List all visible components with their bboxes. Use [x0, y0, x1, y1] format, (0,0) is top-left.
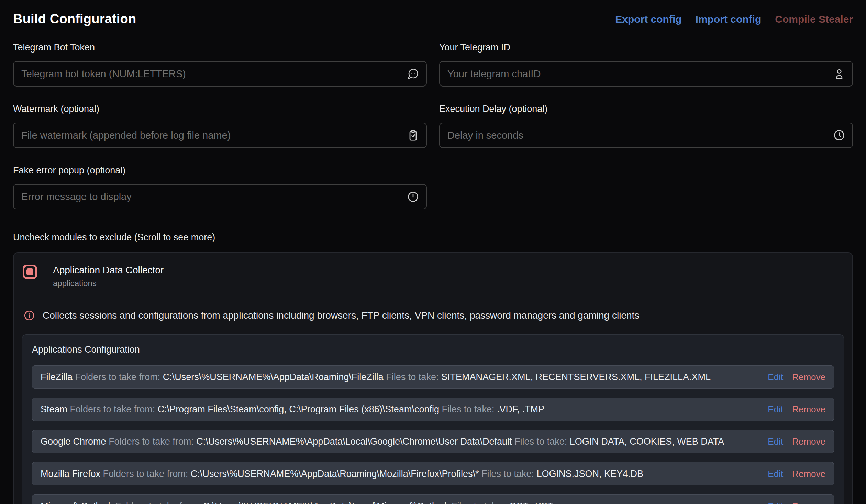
remove-button[interactable]: Remove	[792, 372, 825, 382]
folders-value: C:\Program Files\Steam\config, C:\Progra…	[158, 404, 439, 414]
files-value: LOGIN DATA, COOKIES, WEB DATA	[570, 436, 724, 447]
app-row-text: Microsoft Outlook Folders to take from: …	[41, 500, 768, 504]
info-circle-icon	[23, 310, 35, 321]
telegram-id-label: Your Telegram ID	[439, 42, 853, 53]
files-value: .VDF, .TMP	[497, 404, 544, 414]
field-telegram-bot-token: Telegram Bot Token	[13, 42, 427, 87]
files-label: Files to take:	[386, 372, 438, 382]
header-actions: Export config Import config Compile Stea…	[615, 13, 853, 25]
folders-label: Folders to take from:	[70, 404, 155, 414]
module-info-row: Collects sessions and configurations fro…	[14, 297, 852, 334]
folders-value: C:\Users\%USERNAME%\AppData\Local\Micros…	[203, 501, 449, 504]
app-row-steam: Steam Folders to take from: C:\Program F…	[32, 398, 834, 421]
folders-label: Folders to take from:	[103, 469, 188, 479]
module-title: Application Data Collector	[53, 265, 164, 276]
telegram-id-input[interactable]	[439, 61, 853, 87]
app-row-text: Mozilla Firefox Folders to take from: C:…	[41, 467, 768, 480]
edit-button[interactable]: Edit	[768, 404, 783, 415]
folders-value: C:\Users\%USERNAME%\AppData\Roaming\Mozi…	[191, 469, 479, 479]
import-config-button[interactable]: Import config	[696, 13, 762, 25]
telegram-bot-token-input[interactable]	[13, 61, 427, 87]
page-header: Build Configuration Export config Import…	[13, 0, 853, 26]
execution-delay-label: Execution Delay (optional)	[439, 104, 853, 114]
remove-button[interactable]: Remove	[792, 404, 825, 415]
files-label: Files to take:	[481, 469, 534, 479]
app-row-google-chrome: Google Chrome Folders to take from: C:\U…	[32, 430, 834, 453]
folders-label: Folders to take from:	[75, 372, 160, 382]
remove-button[interactable]: Remove	[792, 501, 825, 504]
app-row-actions: Edit Remove	[768, 372, 825, 382]
clipboard-check-icon	[407, 129, 419, 141]
fake-error-popup-input[interactable]	[13, 184, 427, 209]
app-row-actions: Edit Remove	[768, 404, 825, 415]
export-config-button[interactable]: Export config	[615, 13, 681, 25]
app-row-text: Google Chrome Folders to take from: C:\U…	[41, 435, 768, 448]
build-configuration-page: Build Configuration Export config Import…	[0, 0, 866, 504]
applications-config-panel: Applications Configuration FileZilla Fol…	[22, 334, 844, 504]
app-name: Microsoft Outlook	[41, 501, 113, 504]
edit-button[interactable]: Edit	[768, 372, 783, 382]
watermark-label: Watermark (optional)	[13, 104, 427, 114]
alert-circle-icon	[407, 191, 419, 203]
files-value: .OST, .PST	[507, 501, 553, 504]
files-label: Files to take:	[442, 404, 494, 414]
edit-button[interactable]: Edit	[768, 436, 783, 447]
telegram-bot-token-input-wrap	[13, 61, 427, 87]
files-value: LOGINS.JSON, KEY4.DB	[537, 469, 644, 479]
user-icon	[833, 68, 845, 80]
clock-icon	[833, 129, 845, 141]
folders-value: C:\Users\%USERNAME%\AppData\Local\Google…	[196, 436, 512, 447]
module-header-applications: Application Data Collector applications	[14, 253, 852, 297]
field-watermark: Watermark (optional)	[13, 104, 427, 148]
files-label: Files to take:	[452, 501, 504, 504]
app-row-text: Steam Folders to take from: C:\Program F…	[41, 403, 768, 416]
app-name: Mozilla Firefox	[41, 469, 100, 479]
fake-error-popup-input-wrap	[13, 184, 427, 209]
watermark-input-wrap	[13, 123, 427, 148]
execution-delay-input[interactable]	[439, 123, 853, 148]
app-row-filezilla: FileZilla Folders to take from: C:\Users…	[32, 365, 834, 389]
folders-label: Folders to take from:	[115, 501, 201, 504]
checkbox-checked-mark	[26, 268, 33, 275]
message-circle-icon	[407, 68, 419, 80]
config-form: Telegram Bot Token Your Telegram ID	[13, 42, 853, 227]
module-title-block: Application Data Collector applications	[53, 265, 164, 288]
edit-button[interactable]: Edit	[768, 469, 783, 479]
files-label: Files to take:	[514, 436, 567, 447]
field-telegram-id: Your Telegram ID	[439, 42, 853, 87]
app-row-text: FileZilla Folders to take from: C:\Users…	[41, 370, 768, 383]
fake-error-popup-label: Fake error popup (optional)	[13, 165, 427, 176]
module-description: Collects sessions and configurations fro…	[43, 310, 639, 321]
modules-section-heading: Uncheck modules to exclude (Scroll to se…	[13, 232, 853, 243]
app-name: FileZilla	[41, 372, 73, 382]
edit-button[interactable]: Edit	[768, 501, 783, 504]
files-value: SITEMANAGER.XML, RECENTSERVERS.XML, FILE…	[441, 372, 711, 382]
telegram-bot-token-label: Telegram Bot Token	[13, 42, 427, 53]
telegram-id-input-wrap	[439, 61, 853, 87]
execution-delay-input-wrap	[439, 123, 853, 148]
app-row-actions: Edit Remove	[768, 501, 825, 504]
watermark-input[interactable]	[13, 123, 427, 148]
app-name: Google Chrome	[41, 436, 106, 447]
field-execution-delay: Execution Delay (optional)	[439, 104, 853, 148]
app-row-actions: Edit Remove	[768, 436, 825, 447]
module-checkbox[interactable]	[23, 265, 37, 279]
applications-config-title: Applications Configuration	[32, 344, 834, 355]
folders-value: C:\Users\%USERNAME%\AppData\Roaming\File…	[163, 372, 384, 382]
remove-button[interactable]: Remove	[792, 436, 825, 447]
field-fake-error-popup: Fake error popup (optional)	[13, 165, 427, 209]
module-id: applications	[53, 278, 164, 288]
modules-panel: Application Data Collector applications …	[13, 252, 853, 504]
app-row-mozilla-firefox: Mozilla Firefox Folders to take from: C:…	[32, 462, 834, 485]
app-row-microsoft-outlook: Microsoft Outlook Folders to take from: …	[32, 494, 834, 504]
compile-stealer-button[interactable]: Compile Stealer	[775, 13, 853, 25]
app-name: Steam	[41, 404, 67, 414]
app-row-actions: Edit Remove	[768, 469, 825, 479]
folders-label: Folders to take from:	[109, 436, 194, 447]
remove-button[interactable]: Remove	[792, 469, 825, 479]
page-title: Build Configuration	[13, 12, 136, 26]
